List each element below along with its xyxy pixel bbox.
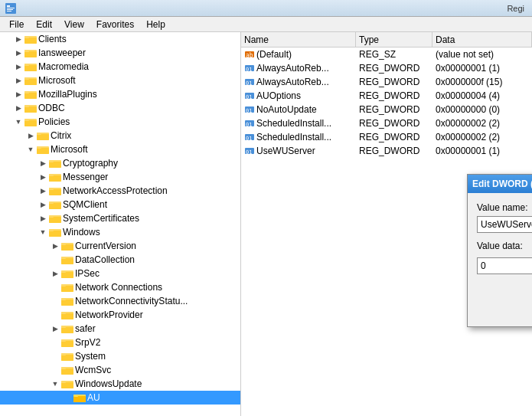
label-currentversion: CurrentVersion: [75, 241, 136, 251]
svg-rect-24: [24, 120, 37, 126]
expander-iansweeper[interactable]: ▶: [12, 47, 24, 59]
svg-rect-69: [61, 327, 73, 333]
folder-icon-messenger: [49, 172, 61, 182]
tree-item-system[interactable]: ▶ System: [0, 349, 240, 363]
main-container: ▶ Clients ▶ Iansweeper ▶ Macromedia ▶ Mi…: [0, 32, 532, 416]
tree-item-windowsupdate[interactable]: ▼ WindowsUpdate: [0, 377, 240, 391]
menu-file[interactable]: File: [3, 18, 30, 31]
expander-citrix[interactable]: ▶: [24, 129, 37, 142]
tree-item-microsoft[interactable]: ▶ Microsoft: [0, 74, 240, 87]
label-ipsec: IPSec: [75, 268, 100, 279]
tree-item-odbc[interactable]: ▶ ODBC: [0, 101, 240, 115]
expander-windowsupdate[interactable]: ▼: [49, 378, 61, 390]
expander-networkaccessprotection[interactable]: ▶: [37, 185, 49, 197]
svg-rect-42: [49, 203, 61, 209]
menu-view[interactable]: View: [58, 18, 90, 31]
folder-icon-systemcertificates: [49, 213, 61, 224]
expander-safer[interactable]: ▶: [49, 323, 61, 335]
expander-clients[interactable]: ▶: [12, 33, 24, 45]
folder-icon-ipsec: [61, 268, 73, 279]
expander-windows[interactable]: ▼: [37, 226, 49, 238]
svg-rect-72: [61, 341, 73, 347]
tree-item-windows[interactable]: ▼ Windows: [0, 225, 240, 239]
expander-messenger[interactable]: ▶: [37, 171, 49, 183]
label-microsoft: Microsoft: [38, 75, 76, 86]
tree-item-cryptography[interactable]: ▶ Cryptography: [0, 156, 240, 170]
label-networkaccessprotection: NetworkAccessProtection: [63, 185, 168, 196]
tree-item-clients[interactable]: ▶ Clients: [0, 32, 240, 46]
tree-item-networkaccessprotection[interactable]: ▶ NetworkAccessProtection: [0, 184, 240, 198]
svg-rect-48: [49, 231, 61, 237]
label-microsoft2: Microsoft: [51, 144, 88, 155]
expander-mozillaplugins[interactable]: ▶: [12, 88, 24, 100]
value-name-input[interactable]: [477, 216, 532, 233]
svg-rect-7: [24, 36, 29, 38]
value-data-input[interactable]: [477, 257, 532, 274]
label-srpv2: SrpV2: [75, 337, 100, 348]
tree-item-iansweeper[interactable]: ▶ Iansweeper: [0, 46, 240, 60]
folder-icon-macromedia: [24, 61, 37, 72]
folder-icon-networkaccessprotection: [49, 185, 61, 196]
svg-rect-27: [37, 134, 49, 140]
svg-rect-39: [49, 189, 61, 195]
tree-item-systemcertificates[interactable]: ▶ SystemCertificates: [0, 211, 240, 225]
folder-icon-system: [61, 351, 73, 362]
tree-item-networkconnections[interactable]: ▶ Network Connections: [0, 280, 240, 294]
folder-icon-windows: [49, 227, 61, 237]
svg-rect-31: [37, 146, 41, 149]
menu-help[interactable]: Help: [140, 18, 171, 31]
expander-microsoft2[interactable]: ▼: [24, 143, 37, 156]
tree-item-au[interactable]: ▶ AU: [0, 391, 240, 405]
folder-icon-currentversion: [61, 241, 73, 251]
dialog-body: Value name: Value data: Base Hexadecimal: [468, 193, 532, 326]
tree-item-networkprovider[interactable]: ▶ NetworkProvider: [0, 308, 240, 322]
expander-systemcertificates[interactable]: ▶: [37, 212, 49, 224]
value-data-label: Value data:: [477, 241, 532, 251]
folder-icon-mozillaplugins: [24, 89, 37, 100]
expander-cryptography[interactable]: ▶: [37, 157, 49, 169]
svg-rect-43: [49, 201, 54, 204]
tree-item-sqmclient[interactable]: ▶ SQMClient: [0, 198, 240, 211]
tree-item-mozillaplugins[interactable]: ▶ MozillaPlugins: [0, 87, 240, 101]
folder-icon-microsoft2: [37, 144, 49, 155]
label-datacollection: DataCollection: [75, 254, 135, 265]
expander-currentversion[interactable]: ▶: [49, 240, 61, 252]
tree-item-wcmsvc[interactable]: ▶ WcmSvc: [0, 363, 240, 377]
svg-rect-37: [49, 174, 54, 176]
expander-macromedia[interactable]: ▶: [12, 61, 24, 73]
tree-item-srpv2[interactable]: ▶ SrpV2: [0, 336, 240, 349]
tree-item-networkconnectivitystatus[interactable]: ▶ NetworkConnectivityStatu...: [0, 294, 240, 308]
tree-scroll[interactable]: ▶ Clients ▶ Iansweeper ▶ Macromedia ▶ Mi…: [0, 32, 240, 416]
tree-item-microsoft2[interactable]: ▼ Microsoft: [0, 142, 240, 156]
folder-icon-windowsupdate: [61, 378, 73, 389]
expander-ipsec[interactable]: ▶: [49, 267, 61, 280]
tree-item-macromedia[interactable]: ▶ Macromedia: [0, 60, 240, 74]
app-icon: [5, 2, 17, 15]
menu-edit[interactable]: Edit: [30, 18, 58, 31]
folder-icon-au: [73, 392, 86, 403]
label-wcmsvc: WcmSvc: [75, 365, 111, 375]
tree-item-messenger[interactable]: ▶ Messenger: [0, 170, 240, 184]
expander-sqmclient[interactable]: ▶: [37, 198, 49, 211]
svg-rect-19: [24, 91, 29, 93]
expander-microsoft[interactable]: ▶: [12, 74, 24, 87]
svg-rect-55: [61, 257, 66, 259]
svg-rect-36: [49, 175, 61, 182]
svg-rect-79: [61, 367, 66, 369]
svg-rect-45: [49, 217, 61, 223]
tree-item-ipsec[interactable]: ▶ IPSec: [0, 267, 240, 280]
tree-item-safer[interactable]: ▶ safer: [0, 322, 240, 336]
menu-favorites[interactable]: Favorites: [90, 18, 140, 31]
expander-policies[interactable]: ▼: [12, 116, 24, 128]
tree-item-currentversion[interactable]: ▶ CurrentVersion: [0, 239, 240, 253]
expander-odbc[interactable]: ▶: [12, 102, 24, 114]
tree-item-datacollection[interactable]: ▶ DataCollection: [0, 253, 240, 267]
folder-icon-odbc: [24, 103, 37, 113]
label-sqmclient: SQMClient: [63, 199, 107, 210]
tree-item-policies[interactable]: ▼ Policies: [0, 115, 240, 129]
svg-rect-52: [61, 243, 66, 245]
tree-item-citrix[interactable]: ▶ Citrix: [0, 129, 240, 142]
label-networkconnectivitystatus: NetworkConnectivityStatu...: [75, 296, 188, 306]
svg-rect-49: [49, 229, 54, 231]
label-systemcertificates: SystemCertificates: [63, 213, 139, 224]
